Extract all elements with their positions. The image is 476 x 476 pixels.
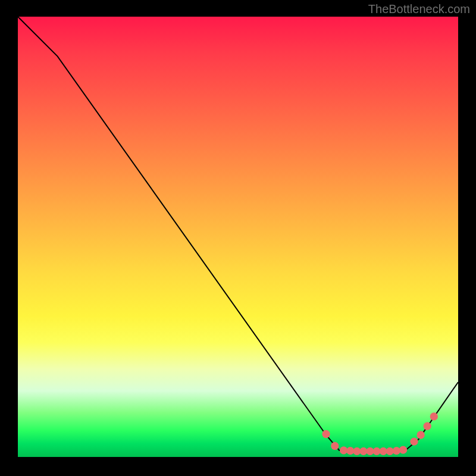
attribution-text: TheBottleneck.com xyxy=(368,2,470,16)
data-point-marker xyxy=(424,422,431,430)
chart-svg xyxy=(18,17,458,457)
data-point-marker xyxy=(416,431,424,439)
data-point-marker xyxy=(410,437,418,445)
data-point-marker xyxy=(322,430,330,438)
chart-plot-area xyxy=(18,17,458,457)
bottleneck-curve-line xyxy=(18,17,458,450)
data-point-markers xyxy=(322,412,438,455)
data-point-marker xyxy=(430,412,438,420)
data-point-marker xyxy=(399,446,407,454)
data-point-marker xyxy=(331,442,339,450)
